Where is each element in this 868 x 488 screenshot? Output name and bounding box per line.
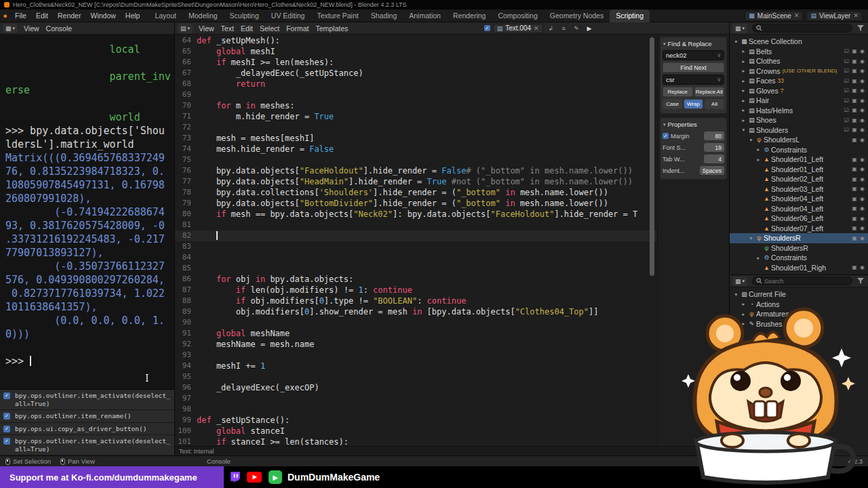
chevron-down-icon[interactable]: ∨	[717, 52, 721, 58]
visibility-toggles[interactable]: ☑ ▣ ◉	[844, 68, 868, 74]
workspace-tab-geometry-nodes[interactable]: Geometry Nodes	[544, 9, 610, 22]
properties-panel-header[interactable]: ▾ Properties	[663, 121, 724, 128]
outliner-row-shoulder01-left[interactable]: ▸▲Shoulder01_Left▣ ◉	[730, 155, 868, 165]
code-line[interactable]: 66 if meshI >= len(meshes):	[175, 57, 656, 68]
menu-window[interactable]: Window	[85, 9, 120, 22]
visibility-toggles[interactable]: ▣ ◉	[852, 264, 868, 270]
outliner-row-crowns[interactable]: ▸▤Crowns(USE OTHER BLEND)☑ ▣ ◉	[730, 66, 868, 77]
register-checkbox[interactable]: ✓	[484, 25, 490, 31]
toggle-wrap[interactable]: Wrap	[684, 99, 703, 109]
code-line[interactable]: 98	[175, 404, 656, 415]
text-datablock[interactable]: ▤ Text.004 ✕	[493, 24, 543, 33]
text-menu-edit[interactable]: Edit	[237, 24, 256, 33]
outliner-row-shoulders[interactable]: ▾▤Shoulders☑ ▣ ◉	[730, 125, 868, 136]
scene-selector[interactable]: ▩ MainScene ✕	[745, 11, 803, 21]
outliner-row-shoulder03-left[interactable]: ▲Shoulder03_Left▣ ◉	[730, 184, 868, 195]
outliner-row-shoulder04-left[interactable]: ▲Shoulder04_Left▣ ◉	[730, 194, 868, 204]
code-line[interactable]: 77 bpy.data.objects["HeadMain"].hide_ren…	[175, 176, 656, 187]
disclosure-triangle[interactable]: ▸	[740, 58, 747, 64]
editor-type-button[interactable]: ▤▾	[178, 24, 193, 33]
code-lines[interactable]: 64def _setUpMesh():65 global meshI66 if …	[175, 35, 656, 446]
outliner-row-shoulder01-righ[interactable]: ▲Shoulder01_Righ▣ ◉	[730, 263, 868, 273]
workspace-tab-sculpting[interactable]: Sculpting	[224, 9, 265, 22]
disclosure-triangle[interactable]: ▸	[740, 98, 747, 104]
outliner-row-hats-helms[interactable]: ▸▤Hats/Helms☑ ▣ ◉	[730, 106, 868, 116]
visibility-toggles[interactable]: ▣ ◉	[852, 225, 868, 231]
code-line[interactable]: 90	[175, 317, 656, 328]
visibility-toggles[interactable]: ☑ ▣ ◉	[844, 117, 868, 123]
property-value[interactable]: 4	[704, 155, 724, 163]
outliner-row-shoulder06-left[interactable]: ▲Shoulder06_Left▣ ◉	[730, 214, 868, 224]
disclosure-triangle[interactable]: ▾	[732, 39, 740, 45]
property-value[interactable]: 80	[704, 131, 724, 140]
code-line[interactable]: 85	[175, 263, 656, 274]
outliner-row-gloves[interactable]: ▸▤Gloves7☑ ▣ ◉	[730, 86, 868, 96]
visibility-toggles[interactable]: ▣ ◉	[852, 196, 868, 202]
panel-collapse-icon[interactable]: ▾	[663, 41, 666, 47]
disclosure-triangle[interactable]: ▸	[740, 78, 747, 84]
code-line[interactable]: 99def _setUpStance():	[175, 415, 656, 426]
visibility-toggles[interactable]: ☑ ▣ ◉	[844, 107, 868, 113]
visibility-toggles[interactable]: ▣ ◉	[852, 137, 868, 143]
code-line[interactable]: 97	[175, 393, 656, 404]
code-line[interactable]: 65 global meshI	[175, 46, 656, 57]
line-numbers-icon[interactable]: ≡	[559, 24, 569, 33]
outliner-row-shoulder04-left[interactable]: ▲Shoulder04_Left▣ ◉	[730, 204, 868, 214]
outliner-row-hair[interactable]: ▸▤Hair☑ ▣ ◉	[730, 96, 868, 106]
disclosure-triangle[interactable]: ▾	[740, 127, 747, 133]
code-line[interactable]: 70 for m in meshes:	[175, 100, 656, 111]
workspace-tab-shading[interactable]: Shading	[365, 9, 403, 22]
outliner-row-shouldersr[interactable]: ▾ψShouldersR▣ ◉	[730, 233, 868, 243]
run-script-button[interactable]: ▶	[585, 24, 595, 33]
visibility-toggles[interactable]: ▣ ◉	[852, 176, 868, 182]
outliner-row-clothes[interactable]: ▸▤Clothes☑ ▣ ◉	[730, 56, 868, 66]
code-line[interactable]: 76 bpy.data.objects["FaceHoldout"].hide_…	[175, 165, 656, 176]
find-next-button[interactable]: Find Next	[663, 62, 724, 73]
visibility-toggles[interactable]: ▣ ◉	[852, 157, 868, 163]
visibility-toggles[interactable]: ▣ ◉	[852, 216, 868, 222]
disclosure-triangle[interactable]: ▸	[740, 68, 747, 74]
visibility-toggles[interactable]: ▣ ◉	[852, 205, 868, 211]
code-line[interactable]: 74 mesh.hide_render = False	[175, 144, 656, 155]
visibility-toggles[interactable]: ☑ ▣ ◉	[844, 78, 868, 84]
property-value[interactable]: Spaces	[700, 166, 724, 175]
replace-button[interactable]: Replace	[663, 87, 693, 97]
text-menu-templates[interactable]: Templates	[312, 24, 351, 33]
disclosure-triangle[interactable]: ▸	[740, 117, 747, 123]
code-line[interactable]: 71 m.hide_render = True	[175, 111, 656, 122]
visibility-toggles[interactable]: ☑ ▣ ◉	[844, 87, 868, 94]
code-line[interactable]: 95	[175, 371, 656, 382]
text-menu-view[interactable]: View	[195, 24, 218, 33]
code-line[interactable]: 75	[175, 155, 656, 165]
console-output[interactable]: local parent_inverse world>>> bpy.data.o…	[0, 35, 174, 368]
visibility-toggles[interactable]: ☑ ▣ ◉	[844, 48, 868, 54]
code-line[interactable]: 87 if len(obj.modifiers) != 1: continue	[175, 285, 656, 296]
code-line[interactable]: 69	[175, 89, 656, 100]
workspace-tab-scripting[interactable]: Scripting	[610, 9, 650, 22]
outliner-row-constraints[interactable]: ▸⚙Constraints	[730, 145, 868, 155]
workspace-tab-layout[interactable]: Layout	[149, 9, 182, 22]
replace-input[interactable]: csr ∨	[663, 75, 724, 85]
panel-collapse-icon[interactable]: ▾	[663, 122, 666, 127]
chevron-down-icon[interactable]: ∨	[717, 77, 721, 83]
workspace-tab-texture-paint[interactable]: Texture Paint	[311, 9, 364, 22]
code-line[interactable]: 94 meshI += 1	[175, 361, 656, 371]
text-menu-text[interactable]: Text	[218, 24, 237, 33]
disclosure-triangle[interactable]: ▾	[732, 291, 740, 298]
toggle-all[interactable]: All	[705, 99, 724, 109]
menu-render[interactable]: Render	[53, 9, 85, 22]
menu-file[interactable]: File	[10, 9, 31, 22]
menu-help[interactable]: Help	[121, 9, 145, 22]
code-line[interactable]: 78 bpy.data.collections['Shoulders'].hid…	[175, 187, 656, 198]
console-menu-console[interactable]: Console	[43, 24, 76, 33]
blend-file-search-input[interactable]: Search	[752, 277, 852, 285]
kofi-banner[interactable]: Support me at Ko-fi.com/dumdummakegame	[0, 466, 224, 488]
visibility-toggles[interactable]: ☑ ▣ ◉	[844, 127, 868, 133]
menu-edit[interactable]: Edit	[31, 9, 53, 22]
code-line[interactable]: 64def _setUpMesh():	[175, 35, 656, 46]
code-line[interactable]: 101 if stanceI >= len(stances):	[175, 436, 656, 446]
code-line[interactable]: 96 _delayedExec(_execOP)	[175, 382, 656, 393]
outliner-row-current-file[interactable]: ▾▧Current File	[730, 289, 868, 300]
visibility-toggles[interactable]: ▣ ◉	[852, 166, 868, 172]
view-layer-unlink-icon[interactable]: ✕	[853, 12, 859, 19]
